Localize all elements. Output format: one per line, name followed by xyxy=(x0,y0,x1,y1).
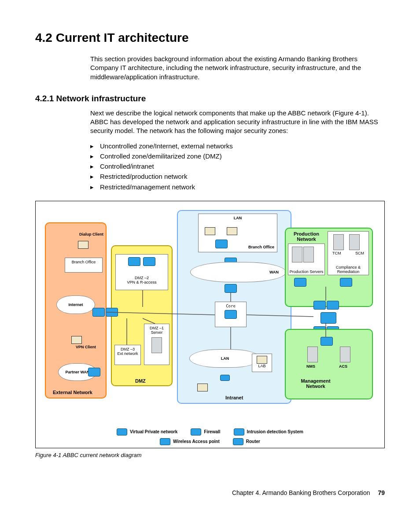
wap-icon xyxy=(160,438,170,445)
box-dmz3: DMZ –3 Ext network xyxy=(114,345,141,365)
box-dmz1: DMZ –1 Server xyxy=(144,324,169,365)
section-heading: 4.2 Current IT architecture xyxy=(35,31,385,45)
label-compliance: Compliance & Remediation xyxy=(328,265,368,274)
ids-icon xyxy=(327,301,339,310)
legend-wap: Wireless Access point xyxy=(160,438,220,445)
label-dmz1b: Server xyxy=(145,330,168,335)
cloud-lan: LAN xyxy=(189,349,261,368)
legend-row-1: Virtual Private network Firewall Intrusi… xyxy=(38,428,382,435)
label-vpn-client: VPN Client xyxy=(76,345,96,349)
switch-icon xyxy=(340,278,352,287)
label-core: Core xyxy=(216,304,245,308)
legend-label: Router xyxy=(246,439,260,444)
box-core: Core xyxy=(215,302,247,327)
laptop-icon xyxy=(78,241,88,249)
intro-paragraph: This section provides background informa… xyxy=(35,55,385,81)
firewall-icon xyxy=(313,301,326,310)
label-lan: LAN xyxy=(199,216,276,220)
network-diagram: External Network Dialup Client Branch Of… xyxy=(41,206,379,426)
wap-icon xyxy=(220,375,230,381)
legend-vpn: Virtual Private network xyxy=(117,428,177,435)
label-branch-office2: Branch Office xyxy=(248,245,274,249)
footer-page-number: 79 xyxy=(378,489,385,496)
server-icon xyxy=(349,234,360,250)
server-icon xyxy=(340,347,350,362)
list-item: Uncontrolled zone/Internet, external net… xyxy=(90,141,385,151)
core-switch-icon xyxy=(321,312,336,324)
switch-icon xyxy=(294,278,306,287)
legend-label: Wireless Access point xyxy=(173,439,220,444)
zones-list: Uncontrolled zone/Internet, external net… xyxy=(35,141,385,192)
label-acs: ACS xyxy=(339,364,347,369)
cloud-internet: Internet xyxy=(56,295,95,314)
footer-chapter: Chapter 4. Armando Banking Brothers Corp… xyxy=(232,489,370,496)
server-icon xyxy=(303,247,314,262)
label-dialup: Dialup Client xyxy=(79,232,103,236)
zone-label-intranet: Intranet xyxy=(225,395,243,400)
label-dmz3b: Ext network xyxy=(116,351,140,356)
legend-router: Router xyxy=(233,438,260,445)
box-branch-office: Branch Office xyxy=(65,258,103,273)
zone-label-dmz: DMZ xyxy=(135,378,146,384)
laptop-icon xyxy=(197,384,208,391)
legend-ids: Intrusion detection System xyxy=(234,428,303,435)
subsection-heading: 4.2.1 Network infrastructure xyxy=(35,94,385,103)
vpn-icon xyxy=(117,428,127,435)
box-prod-servers: Production Servers xyxy=(288,244,325,275)
label-prod-servers: Production Servers xyxy=(288,269,324,274)
firewall-icon xyxy=(191,428,201,435)
core-switch-icon xyxy=(225,310,237,319)
label-scm: SCM xyxy=(355,251,364,255)
label-dmz2b: VPN & R-access xyxy=(117,280,167,284)
label-tcm: TCM xyxy=(332,251,341,255)
label-dmz1: DMZ –1 xyxy=(145,326,168,330)
server-icon xyxy=(333,234,344,250)
box-dmz2: DMZ –2 VPN & R-access xyxy=(115,254,168,290)
legend-firewall: Firewall xyxy=(191,428,220,435)
ids-icon xyxy=(234,428,244,435)
switch-icon xyxy=(215,240,228,248)
figure-caption: Figure 4-1 ABBC current network diagram xyxy=(35,452,385,458)
cloud-wan: WAN xyxy=(190,262,286,282)
zone-label-production: Production Network xyxy=(289,231,324,242)
box-lab: LAB xyxy=(252,354,272,372)
vpn-icon xyxy=(143,257,155,266)
legend-row-2: Wireless Access point Router xyxy=(38,438,382,445)
label-dmz2: DMZ –2 xyxy=(117,276,167,280)
box-branch-lan: LAN Branch Office xyxy=(198,214,277,252)
legend-label: Intrusion detection System xyxy=(247,429,303,434)
router-icon xyxy=(88,368,100,376)
laptop-icon xyxy=(71,336,82,344)
switch-icon xyxy=(321,337,333,346)
vpn-icon xyxy=(128,257,140,266)
list-item: Restricted/management network xyxy=(90,182,385,192)
box-compliance: TCM SCM Compliance & Remediation xyxy=(328,231,369,275)
firewall-icon xyxy=(92,308,105,317)
server-icon xyxy=(307,347,318,362)
legend-label: Virtual Private network xyxy=(130,429,177,434)
subsection-paragraph: Next we describe the logical network com… xyxy=(35,109,385,136)
list-item: Controlled zone/demilitarized zone (DMZ) xyxy=(90,151,385,161)
router-icon xyxy=(233,438,243,445)
zone-label-management: Management Network xyxy=(291,378,340,389)
legend-label: Firewall xyxy=(204,429,220,434)
router-icon xyxy=(225,284,237,293)
list-item: Controlled/intranet xyxy=(90,161,385,171)
figure-frame: External Network Dialup Client Branch Of… xyxy=(35,201,385,448)
pc-icon xyxy=(205,227,215,235)
pc-icon xyxy=(257,356,267,364)
label-dmz3: DMZ –3 xyxy=(116,347,140,351)
ids-icon xyxy=(106,308,118,317)
server-icon xyxy=(151,337,162,353)
label-nms: NMS xyxy=(306,364,315,369)
label-branch-office: Branch Office xyxy=(72,260,96,264)
pc-icon xyxy=(227,227,237,235)
label-lab: LAB xyxy=(253,364,271,368)
list-item: Restricted/production network xyxy=(90,171,385,181)
page-footer: Chapter 4. Armando Banking Brothers Corp… xyxy=(35,489,385,496)
server-icon xyxy=(292,247,302,262)
zone-label-external: External Network xyxy=(53,390,92,395)
